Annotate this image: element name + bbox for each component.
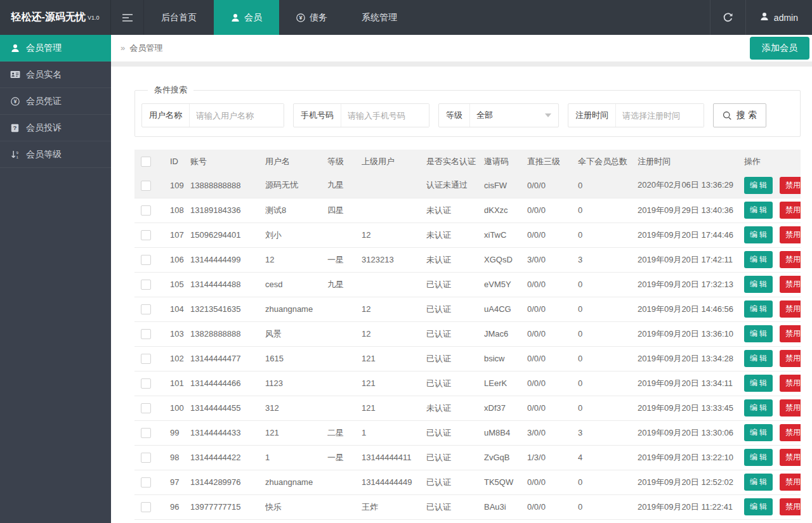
row-checkbox[interactable]: [141, 181, 151, 191]
cell-parent: 3123213: [362, 247, 426, 272]
row-checkbox[interactable]: [141, 403, 151, 413]
cell-parent: 12: [362, 223, 426, 247]
cell-direct-levels: 0/0/0: [527, 470, 578, 494]
sidebar-toggle-icon[interactable]: [111, 0, 144, 35]
edit-button[interactable]: 编 辑: [744, 300, 773, 318]
disable-button[interactable]: 禁用: [780, 399, 801, 416]
nav-item-home[interactable]: 后台首页: [144, 0, 214, 35]
breadcrumb-arrows-icon: »: [121, 43, 125, 53]
disable-button[interactable]: 禁用: [780, 449, 801, 466]
row-checkbox[interactable]: [141, 304, 151, 314]
row-checkbox[interactable]: [141, 329, 151, 339]
edit-button[interactable]: 编 辑: [744, 177, 773, 194]
sidebar-item-member-voucher[interactable]: ¥ 会员凭证: [0, 88, 111, 115]
app-logo: 轻松还-源码无忧 V1.0: [0, 0, 111, 35]
edit-button[interactable]: 编 辑: [744, 399, 773, 416]
disable-button[interactable]: 禁用: [780, 474, 801, 491]
cell-invite-code: uM8B4: [484, 420, 527, 445]
disable-button[interactable]: 禁用: [780, 202, 801, 219]
nav-item-member[interactable]: 会员: [214, 0, 279, 35]
refresh-icon[interactable]: [710, 0, 745, 35]
edit-button[interactable]: 编 辑: [744, 226, 773, 243]
cell-id: 101: [164, 371, 190, 396]
row-checkbox[interactable]: [141, 428, 151, 438]
cell-level: [327, 321, 362, 346]
disable-button[interactable]: 禁用: [780, 424, 801, 441]
table-row: 102 13144444477 1615 121 已认证 bsicw 0/0/0…: [134, 346, 801, 371]
cell-id: 99: [164, 420, 190, 445]
disable-button[interactable]: 禁用: [780, 498, 801, 515]
nav-item-system[interactable]: 系统管理: [344, 0, 414, 35]
disable-button[interactable]: 禁用: [780, 300, 801, 318]
search-button[interactable]: 搜 索: [713, 103, 766, 127]
row-checkbox[interactable]: [141, 230, 151, 240]
edit-button[interactable]: 编 辑: [744, 350, 773, 367]
level-filter-label: 等级: [439, 104, 470, 127]
regtime-filter-input[interactable]: [616, 104, 704, 127]
nav-item-debt[interactable]: ¥ 债务: [279, 0, 344, 35]
row-checkbox[interactable]: [141, 378, 151, 389]
edit-button[interactable]: 编 辑: [744, 498, 773, 515]
cell-id: 97: [164, 470, 190, 494]
cell-direct-levels: 3/0/0: [527, 420, 578, 445]
cell-regtime: 2019年09月20日 13:33:45: [638, 396, 744, 420]
row-checkbox[interactable]: [141, 280, 151, 290]
row-checkbox[interactable]: [141, 477, 151, 487]
edit-button[interactable]: 编 辑: [744, 325, 773, 342]
cell-account: 13400000011: [190, 519, 265, 523]
edit-button[interactable]: 编 辑: [744, 202, 773, 219]
disable-button[interactable]: 禁用: [780, 251, 801, 268]
edit-button[interactable]: 编 辑: [744, 449, 773, 466]
row-checkbox[interactable]: [141, 205, 151, 216]
level-filter-select[interactable]: 全部: [470, 104, 558, 127]
cell-direct-levels: 0/0/0: [527, 371, 578, 396]
cell-parent: [362, 198, 426, 223]
row-checkbox[interactable]: [141, 255, 151, 265]
cell-verify-status: 未认证: [426, 396, 484, 420]
table-row: 103 13828888888 风景 12 已认证 JMac6 0/0/0 0 …: [134, 321, 801, 346]
cell-username: 刘小: [265, 223, 327, 247]
disable-button[interactable]: 禁用: [780, 177, 801, 194]
disable-button[interactable]: 禁用: [780, 350, 801, 367]
disable-button[interactable]: 禁用: [780, 375, 801, 392]
username-filter-group: 用户名称: [141, 103, 284, 127]
cell-id: 107: [164, 223, 190, 247]
select-all-checkbox[interactable]: [141, 157, 151, 167]
table-row: 109 13888888888 源码无忧 九星 认证未通过 cisFW 0/0/…: [134, 173, 801, 198]
cell-account: 13213541635: [190, 297, 265, 321]
app-title: 轻松还-源码无忧: [11, 11, 86, 24]
sidebar-item-member-complaint[interactable]: ? 会员投诉: [0, 115, 111, 141]
table-row: 95 13400000011 月月 王炸 已认证 J 0/0/0 0 2019年…: [134, 519, 801, 523]
cell-regtime: 2019年09月20日 17:42:11: [638, 247, 744, 272]
edit-button[interactable]: 编 辑: [744, 474, 773, 491]
cell-direct-levels: 0/0/0: [527, 346, 578, 371]
svg-text:1: 1: [16, 155, 18, 159]
user-menu[interactable]: admin: [745, 0, 812, 35]
column-header: 用户名: [265, 150, 327, 173]
disable-button[interactable]: 禁用: [780, 226, 801, 243]
sidebar-item-member-manage[interactable]: 会员管理: [0, 35, 111, 61]
cell-parent: 王炸: [362, 494, 426, 519]
row-checkbox[interactable]: [141, 502, 151, 512]
username-filter-input[interactable]: [190, 104, 284, 127]
cell-id: 104: [164, 297, 190, 321]
edit-button[interactable]: 编 辑: [744, 424, 773, 441]
cell-regtime: 2019年09月20日 12:52:02: [638, 470, 744, 494]
cell-username: 月月: [265, 519, 327, 523]
disable-button[interactable]: 禁用: [780, 276, 801, 293]
edit-button[interactable]: 编 辑: [744, 251, 773, 268]
disable-button[interactable]: 禁用: [780, 325, 801, 342]
edit-button[interactable]: 编 辑: [744, 375, 773, 392]
phone-filter-input[interactable]: [341, 104, 429, 127]
cell-total-members: 3: [578, 247, 638, 272]
row-checkbox[interactable]: [141, 453, 151, 463]
edit-button[interactable]: 编 辑: [744, 276, 773, 293]
sidebar-item-member-level[interactable]: 91 会员等级: [0, 141, 111, 168]
cell-direct-levels: 0/0/0: [527, 198, 578, 223]
row-checkbox[interactable]: [141, 354, 151, 364]
add-member-button[interactable]: 添加会员: [750, 37, 809, 60]
cell-verify-status: 已认证: [426, 494, 484, 519]
cell-total-members: 0: [578, 223, 638, 247]
sidebar-item-member-realname[interactable]: 会员实名: [0, 61, 111, 88]
user-icon: [760, 12, 769, 23]
